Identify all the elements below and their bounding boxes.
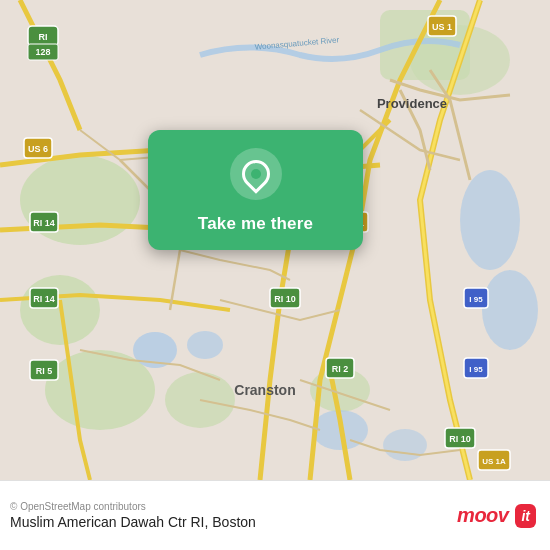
bottom-left: © OpenStreetMap contributors Muslim Amer… (10, 501, 256, 530)
svg-text:RI 5: RI 5 (36, 366, 53, 376)
svg-text:RI 10: RI 10 (274, 294, 296, 304)
svg-text:I 95: I 95 (469, 365, 483, 374)
moovit-logo: moovit (457, 504, 536, 528)
svg-point-8 (460, 170, 520, 270)
svg-point-9 (482, 270, 538, 350)
copyright-text: © OpenStreetMap contributors (10, 501, 256, 512)
svg-point-13 (383, 429, 427, 461)
svg-text:US 1A: US 1A (482, 457, 506, 466)
map-container: Woonasquatucket River (0, 0, 550, 480)
take-me-there-button[interactable]: Take me there (198, 212, 313, 236)
svg-text:Providence: Providence (377, 96, 447, 111)
svg-text:RI 10: RI 10 (449, 434, 471, 444)
location-pin-icon (236, 154, 276, 194)
svg-text:RI 14: RI 14 (33, 294, 55, 304)
location-icon-wrap (230, 148, 282, 200)
bottom-bar: © OpenStreetMap contributors Muslim Amer… (0, 480, 550, 550)
svg-point-3 (45, 350, 155, 430)
svg-text:RI 2: RI 2 (332, 364, 349, 374)
moovit-badge: it (515, 504, 536, 528)
svg-text:RI: RI (39, 32, 48, 42)
svg-text:RI 14: RI 14 (33, 218, 55, 228)
svg-text:US 1: US 1 (432, 22, 452, 32)
popup-card: Take me there (148, 130, 363, 250)
svg-text:I 95: I 95 (469, 295, 483, 304)
svg-text:US 6: US 6 (28, 144, 48, 154)
moovit-wordmark-text: moov (457, 504, 508, 527)
svg-text:Cranston: Cranston (234, 382, 295, 398)
svg-text:128: 128 (35, 47, 50, 57)
location-name: Muslim American Dawah Ctr RI, Boston (10, 514, 256, 530)
svg-point-11 (187, 331, 223, 359)
moovit-badge-it: it (521, 508, 530, 524)
